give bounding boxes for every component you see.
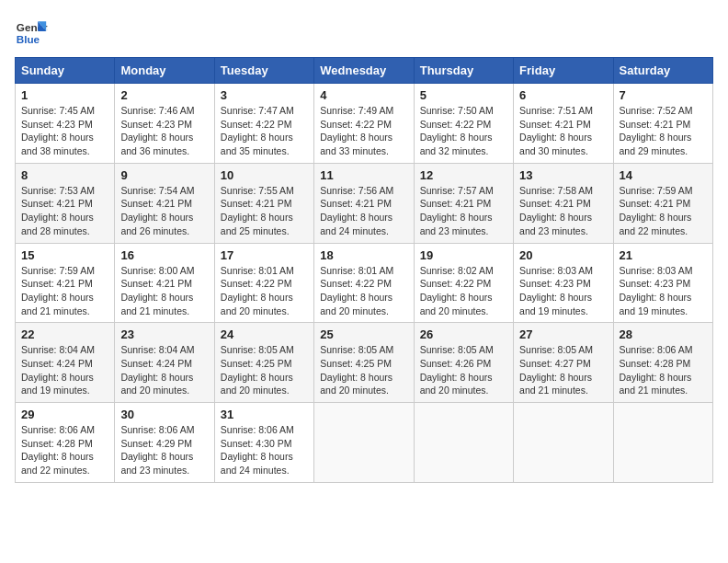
day-info: Sunrise: 8:02 AM Sunset: 4:22 PM Dayligh… (420, 264, 507, 318)
day-info: Sunrise: 7:56 AM Sunset: 4:21 PM Dayligh… (320, 184, 407, 238)
day-info: Sunrise: 7:50 AM Sunset: 4:22 PM Dayligh… (420, 104, 507, 158)
day-number: 9 (120, 168, 208, 182)
day-info: Sunrise: 8:05 AM Sunset: 4:25 PM Dayligh… (221, 343, 308, 397)
day-info: Sunrise: 8:01 AM Sunset: 4:22 PM Dayligh… (221, 264, 308, 318)
calendar-cell: 28 Sunrise: 8:06 AM Sunset: 4:28 PM Dayl… (613, 323, 712, 403)
day-number: 29 (21, 408, 108, 421)
calendar-cell: 21 Sunrise: 8:03 AM Sunset: 4:23 PM Dayl… (613, 243, 712, 323)
day-number: 1 (21, 88, 108, 102)
day-info: Sunrise: 7:52 AM Sunset: 4:21 PM Dayligh… (620, 104, 707, 158)
day-number: 17 (221, 248, 308, 262)
day-header-tuesday: Tuesday (214, 58, 313, 84)
calendar-cell: 31 Sunrise: 8:06 AM Sunset: 4:30 PM Dayl… (214, 403, 313, 483)
day-number: 2 (120, 88, 208, 102)
day-header-wednesday: Wednesday (314, 58, 414, 84)
calendar-cell: 16 Sunrise: 8:00 AM Sunset: 4:21 PM Dayl… (115, 243, 214, 323)
calendar-cell: 15 Sunrise: 7:59 AM Sunset: 4:21 PM Dayl… (16, 243, 115, 323)
day-info: Sunrise: 7:45 AM Sunset: 4:23 PM Dayligh… (21, 104, 108, 158)
day-info: Sunrise: 8:01 AM Sunset: 4:22 PM Dayligh… (320, 264, 407, 318)
day-number: 14 (620, 168, 707, 182)
day-info: Sunrise: 7:55 AM Sunset: 4:21 PM Dayligh… (221, 184, 308, 238)
day-info: Sunrise: 7:59 AM Sunset: 4:21 PM Dayligh… (620, 184, 707, 238)
calendar-cell: 5 Sunrise: 7:50 AM Sunset: 4:22 PM Dayli… (414, 84, 513, 164)
calendar-cell: 25 Sunrise: 8:05 AM Sunset: 4:25 PM Dayl… (314, 323, 414, 403)
day-info: Sunrise: 8:06 AM Sunset: 4:30 PM Dayligh… (221, 423, 308, 477)
calendar-cell: 23 Sunrise: 8:04 AM Sunset: 4:24 PM Dayl… (115, 323, 214, 403)
day-number: 16 (120, 248, 208, 262)
logo: General Blue (15, 15, 51, 48)
day-number: 12 (420, 168, 507, 182)
day-number: 21 (620, 248, 707, 262)
calendar-cell: 11 Sunrise: 7:56 AM Sunset: 4:21 PM Dayl… (314, 163, 414, 243)
day-number: 15 (21, 248, 108, 262)
svg-text:Blue: Blue (17, 33, 40, 45)
calendar-cell (314, 403, 414, 483)
day-info: Sunrise: 8:00 AM Sunset: 4:21 PM Dayligh… (120, 264, 208, 318)
calendar-cell: 27 Sunrise: 8:05 AM Sunset: 4:27 PM Dayl… (514, 323, 613, 403)
day-number: 3 (221, 88, 308, 102)
calendar-cell: 4 Sunrise: 7:49 AM Sunset: 4:22 PM Dayli… (314, 84, 414, 164)
day-number: 27 (519, 327, 607, 341)
day-info: Sunrise: 7:47 AM Sunset: 4:22 PM Dayligh… (221, 104, 308, 158)
calendar-cell: 1 Sunrise: 7:45 AM Sunset: 4:23 PM Dayli… (16, 84, 115, 164)
calendar-cell: 26 Sunrise: 8:05 AM Sunset: 4:26 PM Dayl… (414, 323, 513, 403)
day-number: 19 (420, 248, 507, 262)
day-info: Sunrise: 8:05 AM Sunset: 4:25 PM Dayligh… (320, 343, 407, 397)
day-number: 26 (420, 327, 507, 341)
calendar-cell: 12 Sunrise: 7:57 AM Sunset: 4:21 PM Dayl… (414, 163, 513, 243)
day-number: 5 (420, 88, 507, 102)
calendar-cell: 19 Sunrise: 8:02 AM Sunset: 4:22 PM Dayl… (414, 243, 513, 323)
day-info: Sunrise: 8:06 AM Sunset: 4:28 PM Dayligh… (21, 423, 108, 477)
day-number: 31 (221, 408, 308, 421)
day-header-saturday: Saturday (613, 58, 712, 84)
day-info: Sunrise: 8:03 AM Sunset: 4:23 PM Dayligh… (519, 264, 607, 318)
day-header-sunday: Sunday (16, 58, 115, 84)
calendar-cell: 30 Sunrise: 8:06 AM Sunset: 4:29 PM Dayl… (115, 403, 214, 483)
calendar-cell: 10 Sunrise: 7:55 AM Sunset: 4:21 PM Dayl… (214, 163, 313, 243)
calendar-cell: 6 Sunrise: 7:51 AM Sunset: 4:21 PM Dayli… (514, 84, 613, 164)
day-number: 18 (320, 248, 407, 262)
day-info: Sunrise: 7:54 AM Sunset: 4:21 PM Dayligh… (120, 184, 208, 238)
calendar-table: SundayMondayTuesdayWednesdayThursdayFrid… (15, 57, 713, 483)
day-header-thursday: Thursday (414, 58, 513, 84)
calendar-cell: 9 Sunrise: 7:54 AM Sunset: 4:21 PM Dayli… (115, 163, 214, 243)
calendar-cell (613, 403, 712, 483)
calendar-cell: 17 Sunrise: 8:01 AM Sunset: 4:22 PM Dayl… (214, 243, 313, 323)
calendar-week-5: 29 Sunrise: 8:06 AM Sunset: 4:28 PM Dayl… (16, 403, 713, 483)
day-info: Sunrise: 7:58 AM Sunset: 4:21 PM Dayligh… (519, 184, 607, 238)
calendar-cell (414, 403, 513, 483)
day-info: Sunrise: 7:46 AM Sunset: 4:23 PM Dayligh… (120, 104, 208, 158)
calendar-cell: 18 Sunrise: 8:01 AM Sunset: 4:22 PM Dayl… (314, 243, 414, 323)
day-number: 6 (519, 88, 607, 102)
day-number: 13 (519, 168, 607, 182)
day-info: Sunrise: 7:57 AM Sunset: 4:21 PM Dayligh… (420, 184, 507, 238)
calendar-cell: 3 Sunrise: 7:47 AM Sunset: 4:22 PM Dayli… (214, 84, 313, 164)
day-info: Sunrise: 8:06 AM Sunset: 4:28 PM Dayligh… (620, 343, 707, 397)
calendar-week-4: 22 Sunrise: 8:04 AM Sunset: 4:24 PM Dayl… (16, 323, 713, 403)
day-info: Sunrise: 7:53 AM Sunset: 4:21 PM Dayligh… (21, 184, 108, 238)
page-header: General Blue (15, 15, 713, 48)
calendar-cell: 22 Sunrise: 8:04 AM Sunset: 4:24 PM Dayl… (16, 323, 115, 403)
day-info: Sunrise: 7:59 AM Sunset: 4:21 PM Dayligh… (21, 264, 108, 318)
day-info: Sunrise: 8:05 AM Sunset: 4:27 PM Dayligh… (519, 343, 607, 397)
calendar-cell: 8 Sunrise: 7:53 AM Sunset: 4:21 PM Dayli… (16, 163, 115, 243)
day-header-monday: Monday (115, 58, 214, 84)
day-number: 24 (221, 327, 308, 341)
day-info: Sunrise: 8:04 AM Sunset: 4:24 PM Dayligh… (21, 343, 108, 397)
day-info: Sunrise: 7:49 AM Sunset: 4:22 PM Dayligh… (320, 104, 407, 158)
day-number: 23 (120, 327, 208, 341)
calendar-cell: 14 Sunrise: 7:59 AM Sunset: 4:21 PM Dayl… (613, 163, 712, 243)
calendar-cell: 24 Sunrise: 8:05 AM Sunset: 4:25 PM Dayl… (214, 323, 313, 403)
day-number: 11 (320, 168, 407, 182)
calendar-cell: 20 Sunrise: 8:03 AM Sunset: 4:23 PM Dayl… (514, 243, 613, 323)
day-number: 25 (320, 327, 407, 341)
day-number: 22 (21, 327, 108, 341)
calendar-cell: 29 Sunrise: 8:06 AM Sunset: 4:28 PM Dayl… (16, 403, 115, 483)
calendar-cell: 2 Sunrise: 7:46 AM Sunset: 4:23 PM Dayli… (115, 84, 214, 164)
calendar-body: 1 Sunrise: 7:45 AM Sunset: 4:23 PM Dayli… (16, 84, 713, 483)
day-info: Sunrise: 8:04 AM Sunset: 4:24 PM Dayligh… (120, 343, 208, 397)
day-header-friday: Friday (514, 58, 613, 84)
day-number: 10 (221, 168, 308, 182)
day-number: 4 (320, 88, 407, 102)
day-number: 7 (620, 88, 707, 102)
